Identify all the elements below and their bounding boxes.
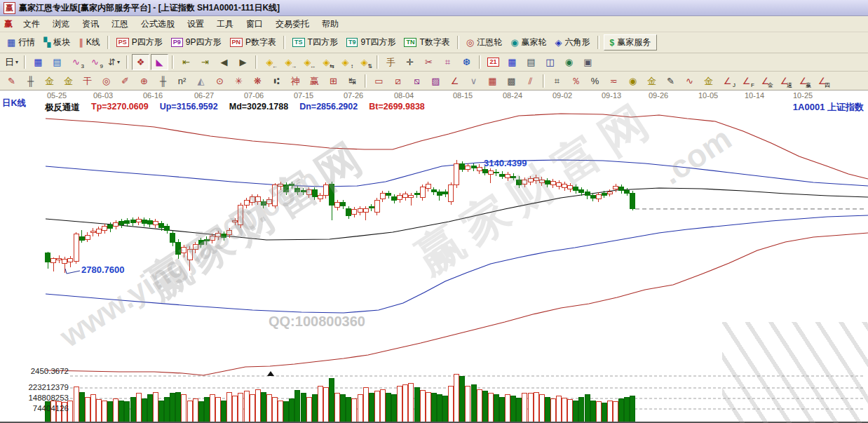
menu-item-2[interactable]: 资讯 xyxy=(76,18,105,30)
nav-button-27[interactable]: ❆ xyxy=(458,54,475,70)
draw-button-40[interactable]: ∠F xyxy=(738,73,755,89)
draw-button-12[interactable]: ✳ xyxy=(230,73,247,89)
toolbar-main-item-6[interactable]: PNP数字表 xyxy=(226,35,281,50)
nav-button-13[interactable]: ◀ xyxy=(215,54,233,70)
draw-button-20[interactable]: ▭ xyxy=(370,73,388,89)
draw-button-1[interactable]: ╫ xyxy=(22,73,39,89)
draw-button-23[interactable]: ▨ xyxy=(427,73,445,89)
draw-button-33[interactable]: ≂ xyxy=(605,73,623,89)
nav-button-33[interactable]: ◉ xyxy=(560,54,578,70)
draw-button-43[interactable]: ∠赢 xyxy=(794,73,812,89)
draw-button-32[interactable]: % xyxy=(586,73,604,89)
nav-button-12[interactable]: ⇥ xyxy=(196,54,214,70)
nav-button-34[interactable]: ▣ xyxy=(579,54,597,70)
nav-button-9[interactable]: ◣ xyxy=(151,54,168,70)
draw-button-6[interactable]: ✐ xyxy=(116,73,134,89)
nav-button-32[interactable]: ◫ xyxy=(541,54,559,70)
nav-button-31[interactable]: ▤ xyxy=(522,54,540,70)
draw-button-8[interactable]: ╫ xyxy=(154,73,172,89)
nav-button-20[interactable]: ◈↕ xyxy=(337,54,354,70)
draw-button-25[interactable]: ∨ xyxy=(465,73,482,89)
toolbar-main-item-8[interactable]: TST四方形 xyxy=(288,35,342,50)
nav-button-19[interactable]: ◈⇆ xyxy=(318,54,335,70)
draw-button-41[interactable]: ∠金 xyxy=(757,73,774,89)
draw-button-icon-13: ❋ xyxy=(254,76,262,86)
nav-button-23[interactable]: 手 xyxy=(382,54,400,70)
toolbar-main-item-0[interactable]: ▦行情 xyxy=(3,35,39,50)
icon-subscript: J xyxy=(733,83,735,88)
draw-button-17[interactable]: ⊞ xyxy=(325,73,342,89)
nav-button-18[interactable]: ◈↔ xyxy=(299,54,316,70)
draw-button-16[interactable]: 赢 xyxy=(306,73,323,89)
toolbar-main-item-13[interactable]: ◉赢家轮 xyxy=(506,35,550,50)
draw-button-11[interactable]: ⊙ xyxy=(211,73,229,89)
nav-button-16[interactable]: ◈← xyxy=(261,54,278,70)
menu-item-7[interactable]: 窗口 xyxy=(240,18,269,30)
draw-button-14[interactable]: ⑆ xyxy=(268,73,285,89)
draw-button-30[interactable]: ⌗ xyxy=(548,73,566,89)
draw-button-21[interactable]: ⧄ xyxy=(389,73,407,89)
nav-button-17[interactable]: ◈→ xyxy=(280,54,297,70)
menu-item-9[interactable]: 帮助 xyxy=(316,18,345,30)
nav-button-6[interactable]: ⇵▾ xyxy=(105,54,123,70)
nav-button-26[interactable]: ⌗ xyxy=(439,54,456,70)
nav-button-14[interactable]: ▶ xyxy=(234,54,252,70)
draw-button-10[interactable]: ◭ xyxy=(192,73,210,89)
nav-button-0[interactable]: 日▾ xyxy=(3,54,20,70)
toolbar-main-item-12[interactable]: ◎江恩轮 xyxy=(462,35,506,50)
toolbar-main-item-2[interactable]: ∥K线 xyxy=(74,35,104,50)
menu-item-0[interactable]: 文件 xyxy=(17,18,46,30)
toolbar-main-item-5[interactable]: P99P四方形 xyxy=(167,35,226,50)
nav-button-21[interactable]: ◈⇅ xyxy=(355,54,373,70)
title-bar[interactable]: 赢 赢家江恩专业版[赢家内部服务平台] - [上证指数 SH1A0001-111… xyxy=(0,0,868,16)
nav-button-2[interactable]: ▦ xyxy=(29,54,47,70)
nav-button-30[interactable]: ▦ xyxy=(503,54,521,70)
draw-button-27[interactable]: ▩ xyxy=(503,73,520,89)
draw-button-9[interactable]: n² xyxy=(173,73,191,89)
draw-button-2[interactable]: 金 xyxy=(41,73,58,89)
nav-button-5[interactable]: ∿9 xyxy=(86,54,104,70)
draw-button-39[interactable]: ∠J xyxy=(719,73,736,89)
menu-item-5[interactable]: 设置 xyxy=(181,18,210,30)
draw-button-4[interactable]: 干 xyxy=(79,73,96,89)
menu-item-3[interactable]: 江恩 xyxy=(105,18,135,30)
toolbar-main-item-1[interactable]: ▚板块 xyxy=(39,35,74,50)
draw-button-0[interactable]: ✎ xyxy=(3,73,20,89)
kline-plot-canvas[interactable] xyxy=(0,90,868,423)
winner-service-button[interactable]: $赢家服务 xyxy=(604,34,658,51)
draw-button-5[interactable]: ◎ xyxy=(97,73,115,89)
toolbar-main-item-4[interactable]: PSP四方形 xyxy=(112,35,167,50)
draw-button-3[interactable]: 金 xyxy=(60,73,77,89)
nav-button-24[interactable]: ✛ xyxy=(401,54,419,70)
draw-button-24[interactable]: ∠ xyxy=(446,73,463,89)
draw-button-42[interactable]: ∠速 xyxy=(775,73,793,89)
draw-button-22[interactable]: ⧅ xyxy=(408,73,426,89)
nav-button-4[interactable]: ∿3 xyxy=(67,54,85,70)
draw-button-7[interactable]: ⊕ xyxy=(135,73,153,89)
nav-button-3[interactable]: ▤ xyxy=(48,54,66,70)
draw-button-13[interactable]: ❋ xyxy=(249,73,266,89)
draw-button-26[interactable]: ▦ xyxy=(484,73,501,89)
nav-button-11[interactable]: ⇤ xyxy=(177,54,195,70)
draw-button-34[interactable]: ◉ xyxy=(624,73,642,89)
draw-button-38[interactable]: 金 xyxy=(700,73,717,89)
draw-button-18[interactable]: ↹ xyxy=(344,73,361,89)
nav-button-8[interactable]: ❖ xyxy=(132,54,149,70)
draw-button-35[interactable]: 金 xyxy=(643,73,660,89)
menu-item-8[interactable]: 交易委托 xyxy=(269,18,316,30)
toolbar-main-item-9[interactable]: T99T四方形 xyxy=(342,35,400,50)
draw-button-28[interactable]: ⫽ xyxy=(522,73,539,89)
draw-button-37[interactable]: ∿ xyxy=(681,73,698,89)
toolbar-main-item-10[interactable]: TNT数字表 xyxy=(400,35,454,50)
menu-item-4[interactable]: 公式选股 xyxy=(135,18,181,30)
draw-button-36[interactable]: ✎ xyxy=(662,73,679,89)
nav-button-25[interactable]: ✂ xyxy=(420,54,438,70)
nav-button-29[interactable]: 21 xyxy=(484,54,502,70)
draw-button-44[interactable]: ∠四 xyxy=(813,73,831,89)
draw-button-15[interactable]: 神 xyxy=(287,73,304,89)
toolbar-main-item-14[interactable]: ◈六角形 xyxy=(551,35,595,50)
draw-button-31[interactable]: ％ xyxy=(567,73,585,89)
menu-item-6[interactable]: 工具 xyxy=(210,18,240,30)
draw-button-icon-32: % xyxy=(591,76,599,86)
menu-item-1[interactable]: 浏览 xyxy=(46,18,76,30)
